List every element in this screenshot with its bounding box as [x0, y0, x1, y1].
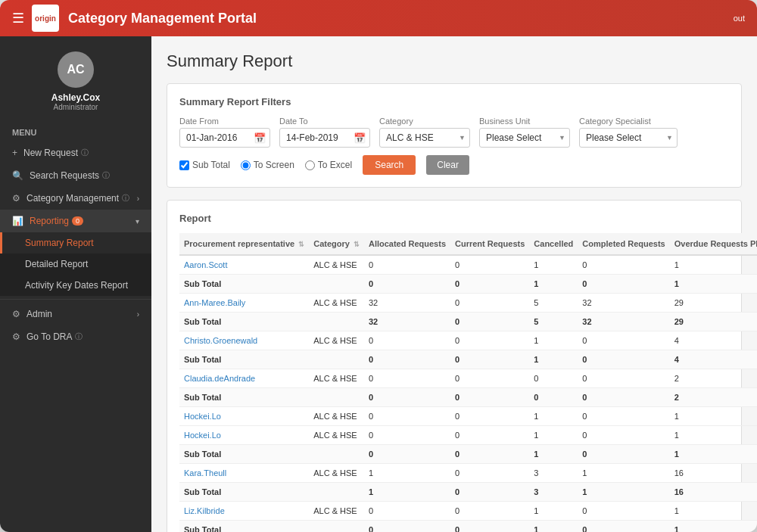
business-unit-select[interactable]: Please Select — [479, 128, 570, 148]
cell-name: Sub Total — [179, 313, 309, 331]
cell-overdue: 1 — [670, 445, 757, 464]
to-excel-radio[interactable] — [305, 160, 315, 170]
procurement-link[interactable]: Christo.Groenewald — [184, 336, 257, 345]
cell-name: Sub Total — [179, 388, 309, 407]
sidebar-item-new-request[interactable]: + New Request ⓘ — [0, 142, 151, 164]
sidebar-item-go-to-dra[interactable]: ⚙ Go To DRA ⓘ — [0, 325, 151, 348]
procurement-link[interactable]: Aaron.Scott — [184, 260, 227, 269]
cell-category — [309, 521, 364, 533]
cell-cancelled: 1 — [529, 350, 578, 369]
date-from-input[interactable] — [179, 128, 270, 148]
sidebar-item-search-requests[interactable]: 🔍 Search Requests ⓘ — [0, 164, 151, 187]
to-screen-radio-label[interactable]: To Screen — [241, 160, 294, 170]
cell-name: Sub Total — [179, 483, 309, 502]
cell-overdue: 2 — [670, 369, 757, 388]
cell-overdue: 4 — [670, 331, 757, 350]
cell-current: 0 — [450, 502, 529, 521]
app-container: ☰ origin Category Management Portal out … — [0, 0, 757, 532]
date-to-input[interactable] — [279, 128, 370, 148]
hamburger-icon[interactable]: ☰ — [12, 10, 24, 26]
search-button[interactable]: Search — [363, 155, 416, 175]
procurement-link[interactable]: Claudia.deAndrade — [184, 374, 255, 383]
cell-overdue: 29 — [670, 313, 757, 331]
cell-name: Hockei.Lo — [179, 426, 309, 445]
to-screen-radio[interactable] — [241, 160, 251, 170]
cell-overdue: 1 — [670, 407, 757, 426]
brand-logo: origin — [32, 5, 59, 32]
avatar: AC — [58, 51, 94, 88]
cell-current: 0 — [450, 255, 529, 275]
cell-overdue: 1 — [670, 521, 757, 533]
procurement-link[interactable]: Hockei.Lo — [184, 431, 221, 440]
cell-cancelled: 1 — [529, 331, 578, 350]
cell-completed: 1 — [578, 464, 669, 483]
cell-category: ALC & HSE — [309, 426, 364, 445]
cell-name: Liz.Kilbride — [179, 502, 309, 521]
cell-allocated: 0 — [364, 445, 450, 464]
cell-name: Hockei.Lo — [179, 407, 309, 426]
submenu-item-summary-report[interactable]: Summary Report — [0, 232, 151, 254]
user-profile: AC Ashley.Cox Administrator — [0, 36, 151, 119]
sidebar-item-admin[interactable]: ⚙ Admin › — [0, 303, 151, 325]
submenu-item-activity-key-dates[interactable]: Activity Key Dates Report — [0, 275, 151, 296]
procurement-link[interactable]: Ann-Maree.Baily — [184, 298, 245, 307]
date-to-group: Date To 📅 — [279, 117, 370, 148]
sort-icon[interactable]: ⇅ — [298, 241, 304, 248]
table-row-subtotal: Sub Total00002 — [179, 388, 757, 407]
cell-current: 0 — [450, 275, 529, 294]
category-select-wrap: ALC & HSE All — [379, 128, 470, 148]
info-icon: ⓘ — [75, 331, 83, 342]
cell-overdue: 1 — [670, 255, 757, 275]
clear-button[interactable]: Clear — [426, 155, 469, 175]
category-select[interactable]: ALC & HSE All — [379, 128, 470, 148]
table-row: Ann-Maree.BailyALC & HSE32053229 — [179, 294, 757, 313]
signout-area[interactable]: out — [734, 14, 745, 23]
table-row: Hockei.LoALC & HSE00101 — [179, 407, 757, 426]
table-row: Kara.TheullALC & HSE103116 — [179, 464, 757, 483]
sidebar-divider — [0, 299, 151, 300]
chevron-icon: › — [137, 194, 139, 203]
sort-icon[interactable]: ⇅ — [354, 241, 360, 248]
col-cancelled: Cancelled — [529, 233, 578, 255]
chevron-down-icon: ▾ — [136, 217, 139, 226]
submenu-item-detailed-report[interactable]: Detailed Report — [0, 254, 151, 275]
cell-name: Sub Total — [179, 275, 309, 294]
cell-category — [309, 275, 364, 294]
report-card-title: Report — [179, 213, 729, 224]
sidebar-item-category-management[interactable]: ⚙ Category Management ⓘ › — [0, 187, 151, 210]
cell-allocated: 0 — [364, 521, 450, 533]
chevron-icon: › — [137, 310, 139, 319]
cell-completed: 32 — [578, 313, 669, 331]
table-row: Hockei.LoALC & HSE00101 — [179, 426, 757, 445]
sidebar-item-label: Go To DRA — [26, 331, 72, 342]
table-row: Christo.GroenewaldALC & HSE00104 — [179, 331, 757, 350]
sidebar-item-label: Admin — [26, 309, 52, 319]
cell-allocated: 0 — [364, 350, 450, 369]
cell-completed: 0 — [578, 255, 669, 275]
cell-cancelled: 3 — [529, 483, 578, 502]
cell-completed: 0 — [578, 502, 669, 521]
cell-category — [309, 445, 364, 464]
procurement-link[interactable]: Liz.Kilbride — [184, 506, 225, 515]
subtotal-checkbox-label[interactable]: Sub Total — [179, 160, 230, 170]
category-specialist-label: Category Specialist — [579, 117, 678, 126]
procurement-link[interactable]: Kara.Theull — [184, 468, 226, 478]
cell-completed: 0 — [578, 407, 669, 426]
col-procurement: Procurement representative ⇅ — [179, 233, 309, 255]
category-specialist-select[interactable]: Please Select — [579, 128, 678, 148]
subtotal-checkbox[interactable] — [179, 160, 189, 170]
sidebar-item-reporting[interactable]: 📊 Reporting 0 ▾ — [0, 210, 151, 232]
cell-overdue: 16 — [670, 464, 757, 483]
info-icon: ⓘ — [81, 148, 89, 158]
cell-completed: 0 — [578, 350, 669, 369]
dra-icon: ⚙ — [12, 331, 20, 342]
procurement-link[interactable]: Hockei.Lo — [184, 412, 221, 421]
cell-category: ALC & HSE — [309, 369, 364, 388]
cell-overdue: 1 — [670, 502, 757, 521]
to-excel-radio-label[interactable]: To Excel — [305, 160, 352, 170]
cell-allocated: 32 — [364, 294, 450, 313]
category-specialist-group: Category Specialist Please Select — [579, 117, 678, 148]
cell-name: Sub Total — [179, 521, 309, 533]
cell-category: ALC & HSE — [309, 407, 364, 426]
cell-allocated: 0 — [364, 502, 450, 521]
